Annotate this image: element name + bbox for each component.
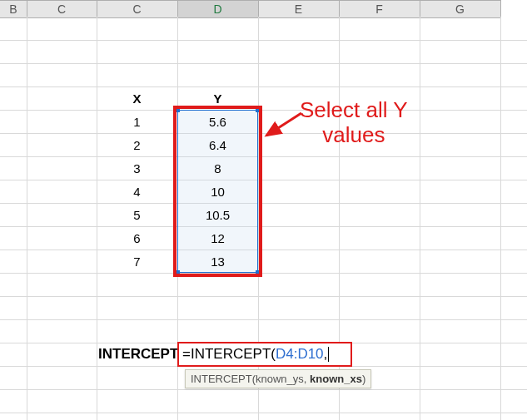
cell-y-5[interactable]: 10.5 [177, 203, 258, 226]
colhdr-G-text: G [455, 2, 465, 16]
cell-y-7-text: 13 [211, 254, 225, 269]
colhdr-D[interactable]: D [177, 0, 258, 18]
cell-header-x-text: X [132, 91, 141, 106]
cell-x-2[interactable]: 2 [97, 133, 177, 156]
cell-x-3-text: 3 [133, 161, 140, 175]
cell-y-1-text: 5.6 [209, 115, 226, 129]
cell-x-2-text: 2 [133, 138, 140, 152]
formula-tooltip: INTERCEPT(known_ys, known_xs) [185, 369, 371, 388]
tooltip-arg2: known_xs [310, 373, 362, 385]
tooltip-arg1: known_ys [256, 373, 304, 385]
cell-header-x[interactable]: X [97, 86, 177, 110]
colhdr-G[interactable]: G [420, 0, 500, 18]
cell-y-1[interactable]: 5.6 [177, 110, 258, 133]
cell-x-1[interactable]: 1 [97, 110, 177, 133]
colhdr-F[interactable]: F [339, 0, 420, 18]
cell-x-6[interactable]: 6 [97, 226, 177, 250]
formula-prefix: =INTERCEPT( [182, 346, 276, 363]
cell-x-4[interactable]: 4 [97, 180, 177, 203]
annotation-text-line1: Select all Y [300, 98, 408, 123]
cell-y-3-text: 8 [214, 161, 221, 175]
formula-input-cell[interactable]: =INTERCEPT(D4:D10, [177, 342, 352, 367]
colhdr-B-text: B [9, 2, 17, 16]
cell-header-y-text: Y [213, 91, 221, 106]
cell-x-7[interactable]: 7 [97, 250, 177, 273]
formula-row-label: INTERCEPT [98, 346, 178, 363]
text-caret [328, 347, 329, 362]
cell-x-5[interactable]: 5 [97, 203, 177, 226]
colhdr-D-text: D [213, 2, 221, 16]
cell-y-5-text: 10.5 [206, 208, 230, 222]
cell-y-7[interactable]: 13 [177, 250, 258, 273]
svg-line-0 [266, 113, 301, 136]
cell-y-4-text: 10 [211, 185, 225, 199]
colhdr-F-text: F [375, 2, 383, 16]
cell-x-3[interactable]: 3 [97, 156, 177, 180]
spreadsheet-viewport: B C C B B C D E F G X Y [0, 0, 527, 420]
cell-header-y[interactable]: Y [177, 86, 258, 110]
annotation-text-line2: values [300, 123, 408, 148]
colhdr-B[interactable]: B [0, 0, 27, 18]
colhdr-E[interactable]: E [258, 0, 339, 18]
cell-x-5-text: 5 [133, 208, 140, 222]
colhdr-C-text: C [132, 2, 141, 16]
formula-range-ref: D4:D10 [276, 346, 324, 363]
cell-x-4-text: 4 [133, 185, 140, 199]
cell-x-6-text: 6 [133, 231, 140, 245]
formula-suffix: , [324, 346, 328, 363]
tooltip-fn: INTERCEPT( [191, 373, 256, 385]
cell-y-4[interactable]: 10 [177, 180, 258, 203]
cell-y-6[interactable]: 12 [177, 226, 258, 250]
colhdr-E-text: E [295, 2, 302, 16]
cell-y-6-text: 12 [211, 231, 225, 245]
cell-x-7-text: 7 [133, 254, 140, 269]
cell-y-3[interactable]: 8 [177, 156, 258, 180]
col-header-C[interactable]: C [27, 0, 97, 18]
tooltip-close: ) [362, 373, 365, 385]
cell-x-1-text: 1 [133, 115, 140, 129]
tooltip-sep: , [304, 373, 310, 385]
colhdr-C[interactable]: C [97, 0, 177, 18]
cell-y-2-text: 6.4 [209, 138, 226, 152]
cell-y-2[interactable]: 6.4 [177, 133, 258, 156]
annotation-text: Select all Y values [300, 98, 408, 148]
